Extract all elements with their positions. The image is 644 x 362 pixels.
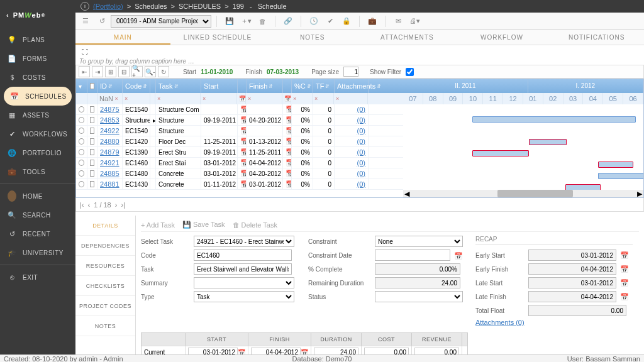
row-checkbox[interactable] (90, 138, 94, 145)
row-id-link[interactable]: 24853 (100, 116, 119, 124)
details-tab-notes[interactable]: NOTES (75, 316, 135, 336)
table-row[interactable]: 24875EC1540Structure Com📅📅0%0(0) (76, 104, 403, 115)
details-tab-project-codes[interactable]: PROJECT CODES (75, 296, 135, 316)
calendar-icon[interactable]: 📅 (240, 159, 247, 167)
calendar-icon[interactable]: 📅 (286, 138, 292, 146)
nav-home[interactable]: HOME (0, 187, 75, 206)
calendar-icon[interactable]: 📅 (286, 148, 292, 156)
calendar-icon[interactable]: 📅 (286, 116, 292, 124)
calendar-icon[interactable]: 📅 (240, 127, 247, 135)
nav-workflows[interactable]: ✔WORKFLOWS (0, 124, 75, 143)
row-attachments-link[interactable]: (0) (357, 127, 365, 134)
row-checkbox[interactable] (90, 106, 94, 112)
nav-costs[interactable]: ＄COSTS (0, 68, 75, 87)
nav-forms[interactable]: 📄FORMS (0, 49, 75, 68)
row-id-link[interactable]: 24880 (100, 138, 119, 145)
nav-schedules[interactable]: 📅SCHEDULES (4, 87, 72, 106)
showfilter-checkbox[interactable] (406, 68, 414, 76)
row-attachments-link[interactable]: (0) (357, 106, 365, 113)
zoom-in-icon[interactable]: 🔍+ (131, 66, 143, 77)
tab-workflow[interactable]: WORKFLOW (455, 30, 550, 45)
project-select[interactable]: 000199 - ADM Sample Project-Sched… (111, 15, 211, 28)
gantt-scrollbar[interactable]: ◀ ▶ (403, 190, 643, 197)
mt-revenue-input[interactable] (414, 348, 459, 355)
row-radio[interactable] (79, 138, 84, 145)
row-attachments-link[interactable]: (0) (357, 180, 365, 188)
row-checkbox[interactable] (90, 128, 94, 134)
col-start[interactable]: Start (201, 79, 238, 93)
delete-task-button[interactable]: 🗑 Delete Task (233, 221, 277, 229)
row-checkbox[interactable] (90, 170, 94, 177)
col-attachments[interactable]: Attachments⇵ (335, 79, 369, 93)
tab-main[interactable]: MAIN (75, 30, 170, 45)
calendar-icon[interactable]: 📅 (240, 148, 247, 156)
col-tf[interactable]: TF⇵ (313, 79, 335, 93)
col-pc[interactable]: %C⇵ (292, 79, 313, 93)
back-chevron-icon[interactable]: ‹ (6, 11, 9, 19)
gantt-bar[interactable] (472, 116, 636, 123)
row-checkbox[interactable] (90, 117, 94, 123)
row-radio[interactable] (79, 149, 84, 155)
mt-cost-input[interactable] (364, 348, 409, 355)
row-radio[interactable] (79, 106, 84, 112)
col-checkbox[interactable] (87, 79, 97, 93)
row-radio[interactable] (79, 117, 84, 123)
details-tab-checklists[interactable]: CHECKLISTS (75, 276, 135, 296)
table-row[interactable]: 24885EC1480Concrete03-01-2012📅04-20-2012… (76, 168, 403, 179)
constraint-date-input[interactable] (375, 250, 450, 261)
pct-complete-input[interactable] (375, 263, 460, 275)
tab-notes[interactable]: NOTES (265, 30, 360, 45)
mt-duration-input[interactable] (314, 348, 358, 355)
save-task-button[interactable]: 💾 Save Task (182, 221, 225, 229)
table-row[interactable]: 24922EC1540Structure📅📅0%0(0) (76, 126, 403, 136)
save-icon[interactable]: 💾 (222, 14, 237, 28)
table-row[interactable]: 24921EC1460Erect Stai03-01-2012📅04-04-20… (76, 158, 403, 168)
mt-finish-input[interactable] (251, 348, 301, 355)
calendar-icon[interactable]: 📅 (286, 180, 292, 189)
tab-notifications[interactable]: NOTIFICATIONS (549, 30, 644, 45)
pager-last[interactable]: ›| (121, 201, 125, 209)
delete-icon[interactable]: 🗑 (255, 14, 270, 28)
col-select[interactable]: ▾ (76, 79, 87, 93)
table-row[interactable]: 24881EC1430Concrete01-11-2012📅03-01-2012… (76, 179, 403, 190)
row-radio[interactable] (79, 160, 84, 166)
gantt-scroll-thumb[interactable] (497, 190, 573, 197)
gantt-bar[interactable] (529, 139, 567, 145)
row-checkbox[interactable] (90, 160, 94, 166)
info-icon[interactable]: i (80, 2, 89, 11)
details-tab-details[interactable]: DETAILS (75, 216, 135, 236)
collapse-icon[interactable]: ⊟ (118, 66, 130, 77)
pager-first[interactable]: |‹ (80, 201, 84, 209)
fullscreen-icon[interactable]: ⛶ (79, 46, 91, 57)
calendar-icon[interactable]: 📅 (240, 138, 247, 146)
status-select[interactable] (375, 291, 463, 302)
gantt-bar[interactable] (598, 173, 643, 179)
attachments-link[interactable]: Attachments (0) (475, 319, 525, 326)
mail-icon[interactable]: ✉ (391, 14, 406, 28)
row-attachments-link[interactable]: (0) (357, 116, 365, 124)
calendar-icon[interactable]: 📅 (454, 252, 460, 258)
row-radio[interactable] (79, 181, 84, 187)
row-attachments-link[interactable]: (0) (357, 159, 365, 167)
col-id[interactable]: ID⇵ (97, 79, 123, 93)
undo-icon[interactable]: ↺ (94, 14, 109, 28)
lock-icon[interactable]: 🔒 (339, 14, 354, 28)
mt-start-input[interactable] (188, 348, 238, 355)
row-id-link[interactable]: 24922 (100, 127, 119, 134)
indent-icon[interactable]: ⇥ (92, 66, 103, 77)
nav-university[interactable]: 🎓UNIVERSITY (0, 243, 75, 262)
breadcrumb-portfolio[interactable]: (Portfolio) (93, 3, 123, 10)
nav-plans[interactable]: 💡PLANS (0, 30, 75, 49)
refresh-icon[interactable]: ↻ (158, 66, 169, 77)
row-checkbox[interactable] (90, 181, 94, 187)
calendar-icon[interactable]: 📅 (240, 180, 247, 189)
print-icon[interactable]: 🖨▾ (407, 14, 422, 28)
calendar-icon[interactable]: 📅 (286, 106, 292, 114)
code-input[interactable] (194, 250, 292, 261)
row-radio[interactable] (79, 128, 84, 134)
clock-icon[interactable]: 🕓 (306, 14, 321, 28)
row-id-link[interactable]: 24875 (100, 106, 119, 113)
gantt-bar[interactable] (598, 162, 633, 168)
table-row[interactable]: 24879EC1390Erect Stru09-19-2011📅11-25-20… (76, 147, 403, 158)
calendar-icon[interactable]: 📅 (240, 106, 247, 114)
